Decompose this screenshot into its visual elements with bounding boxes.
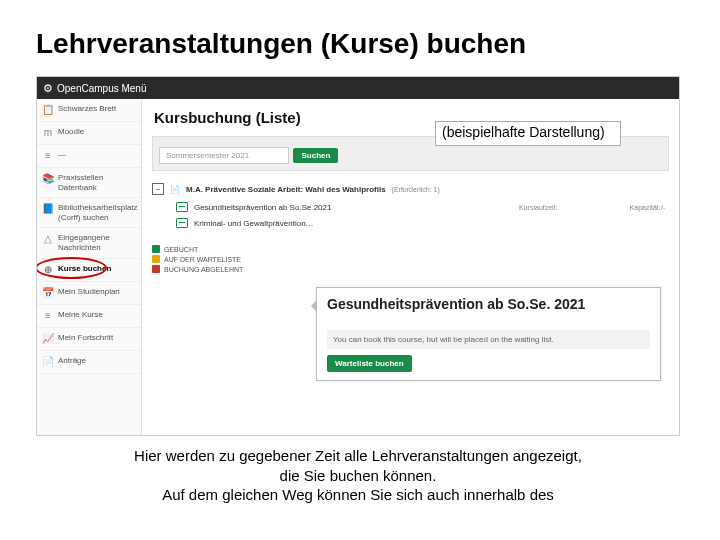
sidebar-item-label: Eingegangene Nachrichten bbox=[58, 233, 136, 252]
popup-title: Gesundheitsprävention ab So.Se. 2021 bbox=[327, 296, 650, 312]
moodle-icon: m bbox=[42, 127, 54, 139]
gear-icon: ⚙ bbox=[43, 82, 53, 95]
sidebar-item-label: Mein Fortschritt bbox=[58, 333, 113, 343]
sidebar-item[interactable]: 📋Schwarzes Brett bbox=[37, 99, 141, 122]
course-runtime-label: Kurslaufzeit: bbox=[519, 204, 558, 211]
search-button[interactable]: Suchen bbox=[293, 148, 338, 163]
library-icon: 📘 bbox=[42, 203, 54, 215]
board-icon: 📋 bbox=[42, 104, 54, 116]
book-icon bbox=[176, 202, 188, 212]
book-icon bbox=[176, 218, 188, 228]
sidebar-item[interactable]: △Eingegangene Nachrichten bbox=[37, 228, 141, 258]
course-title: Gesundheitsprävention ab So.Se 2021 bbox=[194, 203, 331, 212]
footer-text: Hier werden zu gegebener Zeit alle Lehrv… bbox=[36, 446, 680, 505]
sidebar-item[interactable]: ≡— bbox=[37, 145, 141, 168]
course-row[interactable]: Gesundheitsprävention ab So.Se 2021 Kurs… bbox=[152, 199, 669, 215]
course-detail-popup: Gesundheitsprävention ab So.Se. 2021 You… bbox=[316, 287, 661, 381]
sidebar-item[interactable]: 📄Anträge bbox=[37, 351, 141, 374]
sidebar-item-label: Praxisstellen Datenbank bbox=[58, 173, 136, 192]
collapse-icon[interactable]: − bbox=[152, 183, 164, 195]
screenshot: ⚙ OpenCampus Menü 📋Schwarzes Brett mMood… bbox=[36, 76, 680, 436]
legend-label: BUCHUNG ABGELEHNT bbox=[164, 266, 243, 273]
sidebar-item[interactable]: 📚Praxisstellen Datenbank bbox=[37, 168, 141, 198]
db-icon: 📚 bbox=[42, 173, 54, 185]
progress-icon: 📈 bbox=[42, 333, 54, 345]
list-icon: ≡ bbox=[42, 150, 54, 162]
legend-label: GEBUCHT bbox=[164, 246, 198, 253]
list-icon: ≡ bbox=[42, 310, 54, 322]
inbox-icon: △ bbox=[42, 233, 54, 245]
sidebar-item-label: Mein Studienplan bbox=[58, 287, 120, 297]
sidebar-item-label: Moodle bbox=[58, 127, 84, 137]
sidebar-item[interactable]: mMoodle bbox=[37, 122, 141, 145]
sidebar-item-label: Anträge bbox=[58, 356, 86, 366]
sidebar: 📋Schwarzes Brett mMoodle ≡— 📚Praxisstell… bbox=[37, 99, 142, 436]
page-title: Lehrveranstaltungen (Kurse) buchen bbox=[36, 28, 680, 60]
course-capacity-label: Kapazität:/- bbox=[630, 204, 665, 211]
status-dot-rejected bbox=[152, 265, 160, 273]
popup-note: You can book this course, but will be pl… bbox=[327, 330, 650, 349]
sidebar-item-label: Meine Kurse bbox=[58, 310, 103, 320]
content-pane: Kursbuchung (Liste) Suchen − 📄 M.A. Präv… bbox=[142, 99, 679, 436]
module-req: (Erforderlich: 1) bbox=[392, 186, 440, 193]
doc-icon: 📄 bbox=[170, 185, 180, 194]
sidebar-item-kurse-buchen[interactable]: ⊕Kurse buchen bbox=[37, 259, 141, 282]
sidebar-item-label: Kurse buchen bbox=[58, 264, 111, 274]
sidebar-item-label: — bbox=[58, 150, 66, 160]
popup-arrow-icon bbox=[311, 300, 317, 312]
callout-note: (beispielhafte Darstellung) bbox=[435, 121, 621, 146]
calendar-icon: 📅 bbox=[42, 287, 54, 299]
sidebar-item-label: Schwarzes Brett bbox=[58, 104, 116, 114]
course-title: Kriminal- und Gewaltprävention… bbox=[194, 219, 314, 228]
legend: GEBUCHT AUF DER WARTELISTE BUCHUNG ABGEL… bbox=[152, 245, 669, 273]
sidebar-item-label: Bibliotheksarbeitsplatz (Corff) suchen bbox=[58, 203, 138, 222]
waitlist-book-button[interactable]: Warteliste buchen bbox=[327, 355, 412, 372]
status-dot-booked bbox=[152, 245, 160, 253]
sidebar-item[interactable]: 📘Bibliotheksarbeitsplatz (Corff) suchen bbox=[37, 198, 141, 228]
sidebar-item[interactable]: 📈Mein Fortschritt bbox=[37, 328, 141, 351]
plus-circle-icon: ⊕ bbox=[42, 264, 54, 276]
sidebar-item[interactable]: 📅Mein Studienplan bbox=[37, 282, 141, 305]
semester-select[interactable] bbox=[159, 147, 289, 164]
module-row[interactable]: − 📄 M.A. Präventive Soziale Arbeit: Wahl… bbox=[152, 179, 669, 199]
module-title: M.A. Präventive Soziale Arbeit: Wahl des… bbox=[186, 185, 386, 194]
app-menubar[interactable]: ⚙ OpenCampus Menü bbox=[37, 77, 679, 99]
menubar-label: OpenCampus Menü bbox=[57, 83, 147, 94]
sidebar-item[interactable]: ≡Meine Kurse bbox=[37, 305, 141, 328]
doc-icon: 📄 bbox=[42, 356, 54, 368]
course-row[interactable]: Kriminal- und Gewaltprävention… bbox=[152, 215, 669, 231]
status-dot-waitlist bbox=[152, 255, 160, 263]
legend-label: AUF DER WARTELISTE bbox=[164, 256, 241, 263]
